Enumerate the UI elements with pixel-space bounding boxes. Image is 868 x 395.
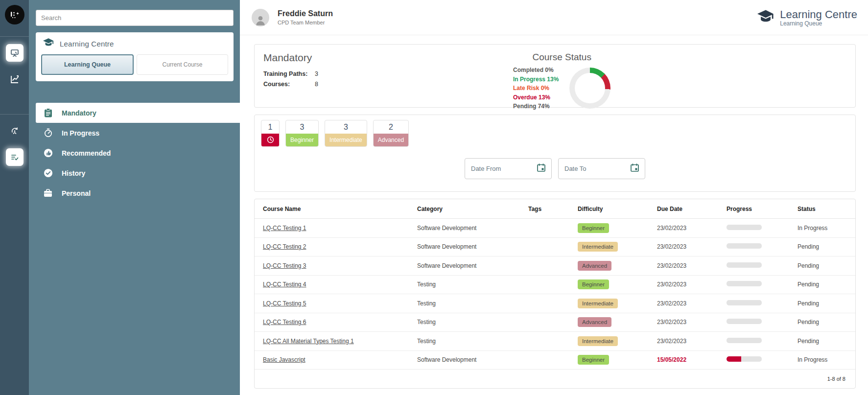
progress-bar xyxy=(727,338,762,343)
status-cell: In Progress xyxy=(798,356,847,363)
progress-bar xyxy=(727,356,762,362)
col-status: Status xyxy=(798,206,847,212)
date-to-input[interactable]: Date To xyxy=(558,158,645,179)
difficulty-pill: Intermediate xyxy=(578,242,618,252)
badge-count: 3 xyxy=(286,120,318,134)
status-cell: Pending xyxy=(798,338,847,345)
briefcase-icon xyxy=(43,189,53,197)
table-row: LQ-CC Testing 5TestingIntermediate23/02/… xyxy=(255,294,855,313)
progress-bar xyxy=(727,300,762,305)
content: Mandatory Training Paths: 3 Courses: 8 C… xyxy=(240,35,868,389)
user-name: Freddie Saturn xyxy=(278,9,333,18)
presentation-icon[interactable] xyxy=(6,44,23,62)
course-link[interactable]: Basic Javascript xyxy=(263,356,305,363)
due-date-cell: 23/02/2023 xyxy=(657,300,727,307)
icon-rail xyxy=(0,0,29,395)
due-date-cell: 23/02/2023 xyxy=(657,338,727,345)
progress-bar xyxy=(727,319,762,324)
legend-item: Overdue 13% xyxy=(513,93,559,102)
graduation-cap-icon xyxy=(43,38,54,49)
due-date-cell: 23/02/2023 xyxy=(657,281,727,288)
due-date-cell: 23/02/2023 xyxy=(657,262,727,269)
category-cell: Testing xyxy=(417,300,528,307)
sidebar-item-in-progress[interactable]: In Progress xyxy=(36,123,240,143)
difficulty-pill: Intermediate xyxy=(578,336,618,346)
progress-bar xyxy=(727,243,762,249)
courses-label: Courses: xyxy=(263,81,315,88)
badge-count: 2 xyxy=(374,120,408,134)
status-cell: Pending xyxy=(798,281,847,288)
col-progress: Progress xyxy=(727,206,798,212)
legend-item: Late Risk 0% xyxy=(513,84,559,93)
thumbs-up-icon xyxy=(43,148,53,158)
badge-card-overdue[interactable]: 1 xyxy=(261,120,280,147)
course-link[interactable]: LQ-CC Testing 1 xyxy=(263,225,306,232)
learning-centre-title: Learning Centre xyxy=(60,40,114,48)
circular-arrows-icon[interactable] xyxy=(6,122,23,139)
sidebar-menu: Mandatory In Progress Recommended Histor… xyxy=(29,103,240,203)
brand-logo-icon[interactable] xyxy=(5,5,24,24)
progress-bar xyxy=(727,262,762,268)
progress-bar xyxy=(727,281,762,286)
calendar-icon[interactable] xyxy=(631,163,639,174)
col-due-date: Due Date xyxy=(657,206,727,212)
learning-queue-icon[interactable] xyxy=(6,148,23,166)
trend-chart-icon[interactable] xyxy=(6,70,23,88)
stopwatch-icon xyxy=(43,128,53,138)
learning-centre-panel: Learning Centre Learning Queue Current C… xyxy=(36,32,234,81)
summary-title: Mandatory xyxy=(263,52,513,64)
table-row: LQ-CC Testing 1Software DevelopmentBegin… xyxy=(255,219,855,238)
course-link[interactable]: LQ-CC Testing 5 xyxy=(263,300,306,307)
course-link[interactable]: LQ-CC All Material Types Testing 1 xyxy=(263,338,354,345)
category-cell: Software Development xyxy=(417,356,528,363)
status-cell: In Progress xyxy=(798,225,847,232)
tab-current-course[interactable]: Current Course xyxy=(137,54,228,75)
clipboard-icon xyxy=(43,108,53,117)
course-status-title: Course Status xyxy=(513,52,610,63)
category-cell: Testing xyxy=(417,319,528,325)
table-header-row: Course Name Category Tags Difficulty Due… xyxy=(255,199,855,219)
table-row: LQ-CC Testing 4TestingBeginner23/02/2023… xyxy=(255,276,855,295)
status-cell: Pending xyxy=(798,300,847,307)
courses-value: 8 xyxy=(315,81,513,88)
table-pagination: 1-8 of 8 xyxy=(255,370,855,388)
date-from-input[interactable]: Date From xyxy=(465,158,552,179)
table-row: LQ-CC Testing 2Software DevelopmentInter… xyxy=(255,238,855,257)
tab-learning-queue[interactable]: Learning Queue xyxy=(41,54,134,75)
course-link[interactable]: LQ-CC Testing 6 xyxy=(263,319,306,325)
badge-card-beginner[interactable]: 3Beginner xyxy=(285,120,319,147)
badge-card-intermediate[interactable]: 3Intermediate xyxy=(325,120,367,147)
search-input[interactable] xyxy=(36,10,234,26)
summary-panel: Mandatory Training Paths: 3 Courses: 8 C… xyxy=(254,44,856,108)
main-area: Freddie Saturn CPD Team Member Learning … xyxy=(240,0,868,395)
col-difficulty: Difficulty xyxy=(578,206,657,212)
badge-label: Beginner xyxy=(286,134,318,146)
brand-title: Learning Centre xyxy=(780,8,857,21)
sidebar-item-history[interactable]: History xyxy=(36,163,240,183)
training-paths-value: 3 xyxy=(315,70,513,77)
sidebar-item-recommended[interactable]: Recommended xyxy=(36,143,240,163)
badge-label: Intermediate xyxy=(325,134,367,146)
legend-item: Pending 74% xyxy=(513,102,559,111)
badge-label: Advanced xyxy=(374,134,408,146)
course-link[interactable]: LQ-CC Testing 4 xyxy=(263,281,306,288)
sidebar-item-personal[interactable]: Personal xyxy=(36,183,240,203)
app-root: Learning Centre Learning Queue Current C… xyxy=(0,0,868,395)
category-cell: Testing xyxy=(417,281,528,288)
course-status-legend: Completed 0%In Progress 13%Late Risk 0%O… xyxy=(513,66,559,111)
due-date-cell: 23/02/2023 xyxy=(657,243,727,250)
course-link[interactable]: LQ-CC Testing 3 xyxy=(263,262,306,269)
table-row: LQ-CC All Material Types Testing 1Testin… xyxy=(255,332,855,351)
calendar-icon[interactable] xyxy=(537,163,545,174)
course-link[interactable]: LQ-CC Testing 2 xyxy=(263,243,306,250)
due-date-cell: 23/02/2023 xyxy=(657,225,727,232)
sidebar: Learning Centre Learning Queue Current C… xyxy=(29,0,240,395)
sidebar-item-mandatory[interactable]: Mandatory xyxy=(36,103,240,123)
badge-card-advanced[interactable]: 2Advanced xyxy=(373,120,409,147)
difficulty-pill: Advanced xyxy=(578,317,611,327)
category-cell: Software Development xyxy=(417,262,528,269)
table-row: LQ-CC Testing 3Software DevelopmentAdvan… xyxy=(255,256,855,276)
table-row: Basic JavascriptSoftware DevelopmentBegi… xyxy=(255,351,855,370)
progress-bar xyxy=(727,225,762,230)
difficulty-pill: Advanced xyxy=(578,261,611,271)
